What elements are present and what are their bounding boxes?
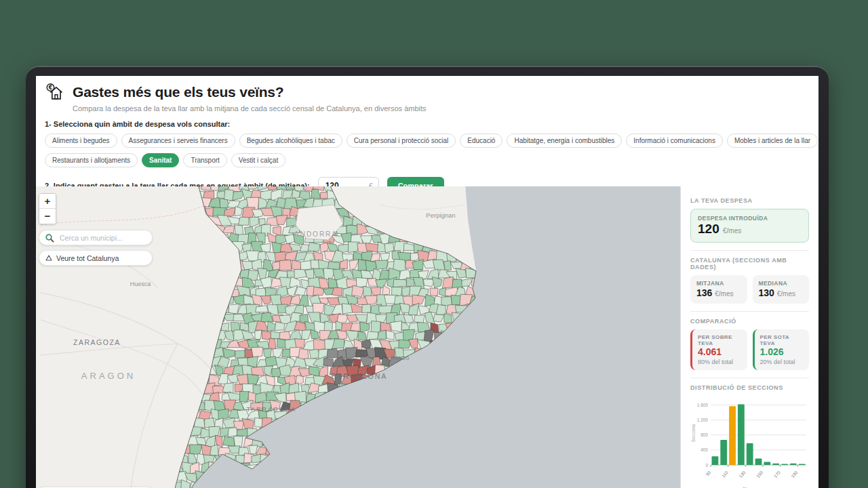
view-all-label: Veure tot Catalunya — [56, 254, 119, 262]
svg-text:800: 800 — [701, 432, 708, 437]
label-andorra: ANDORRA — [294, 230, 338, 238]
section-catalunya: CATALUNYA (SECCIONS AMB DADES) — [690, 257, 809, 270]
label-huesca: Huesca — [130, 281, 151, 287]
category-chip[interactable]: Begudes alcohòliques i tabac — [239, 134, 342, 148]
section-comparison: COMPARACIÓ — [690, 318, 809, 325]
mediana-unit: €/mes — [777, 290, 795, 298]
step1-label: 1- Selecciona quin àmbit de despesa vols… — [45, 120, 810, 128]
label-barcelona: BARCELONA — [332, 372, 388, 380]
above-you-percent: 80% del total — [698, 359, 742, 365]
category-chip[interactable]: Aliments i begudes — [45, 134, 117, 148]
label-aragon: ARAGON — [81, 371, 136, 381]
section-your-expense: LA TEVA DESPESA — [690, 197, 809, 204]
below-you-value: 1.026 — [760, 346, 804, 359]
house-euro-icon: € — [45, 81, 66, 103]
label-mataro: Mataró — [391, 354, 410, 361]
entered-expense-card: DESPESA INTRODUÏDA 120 €/mes — [690, 209, 809, 243]
category-chip[interactable]: Cura personal i protecció social — [347, 134, 456, 148]
zoom-in-button[interactable]: + — [39, 194, 56, 209]
app-header: € Gastes més que els teus veïns? Compara… — [36, 76, 818, 186]
label-perpignan: Perpignan — [426, 211, 455, 219]
category-chips-row-2: Restaurants i allotjaments Sanitat Trans… — [45, 153, 810, 167]
zoom-out-button[interactable]: − — [39, 209, 56, 224]
page-subtitle: Compara la despesa de la teva llar amb l… — [73, 104, 810, 113]
entered-expense-value: 120 — [698, 222, 719, 236]
entered-expense-unit: €/mes — [723, 227, 741, 235]
mediana-card: MEDIANA 130 €/mes — [753, 275, 810, 304]
category-chip[interactable]: Transport — [183, 153, 226, 167]
svg-text:110: 110 — [721, 470, 729, 479]
section-distribution: DISTRIBUCIÓ DE SECCIONS — [690, 384, 809, 391]
category-chip[interactable]: Restaurants i allotjaments — [45, 153, 138, 167]
svg-text:400: 400 — [701, 447, 708, 452]
svg-text:150: 150 — [755, 470, 764, 479]
chart-xlabel: €/mes — [690, 485, 809, 488]
entered-expense-label: DESPESA INTRODUÏDA — [698, 215, 802, 222]
svg-text:190: 190 — [790, 470, 799, 479]
category-chip[interactable]: Habitatge, energia i combustibles — [507, 134, 622, 148]
svg-text:1.200: 1.200 — [697, 418, 709, 422]
map-region[interactable]: ANDORRA Perpignan Huesca ZARAGOZA ARAGON… — [36, 186, 680, 488]
search-icon — [45, 233, 54, 243]
svg-text:90: 90 — [705, 470, 711, 476]
view-all-catalunya-button[interactable]: Veure tot Catalunya — [39, 250, 153, 266]
category-chip[interactable]: Mobles i articles de la llar — [727, 134, 818, 148]
category-chip-selected[interactable]: Sanitat — [142, 153, 179, 167]
device-frame: € Gastes més que els teus veïns? Compara… — [26, 66, 829, 488]
category-chip[interactable]: Educació — [460, 134, 502, 148]
app-screen: € Gastes més que els teus veïns? Compara… — [36, 76, 818, 488]
svg-text:170: 170 — [773, 470, 782, 479]
below-you-card: PER SOTA TEVA 1.026 20% del total — [753, 329, 810, 370]
divider — [690, 250, 809, 251]
svg-text:130: 130 — [738, 470, 747, 479]
mitjana-card: MITJANA 136 €/mes — [690, 275, 747, 304]
category-chip[interactable]: Vestit i calçat — [231, 153, 285, 167]
above-you-value: 4.061 — [698, 346, 742, 359]
distribution-chart: 04008001.2001.60090110130150170190Seccio… — [690, 396, 809, 488]
page-background: € Gastes més que els teus veïns? Compara… — [0, 0, 868, 488]
svg-text:€: € — [48, 85, 53, 91]
svg-text:1.600: 1.600 — [697, 403, 709, 407]
mediana-label: MEDIANA — [759, 280, 804, 287]
svg-text:Seccions: Seccions — [691, 424, 696, 442]
label-tarragona: TARRAGONA — [247, 405, 296, 413]
below-you-percent: 20% del total — [760, 359, 804, 365]
catalunya-shape-icon — [45, 255, 52, 262]
municipality-search[interactable] — [39, 230, 153, 245]
page-title: Gastes més que els teus veïns? — [73, 84, 283, 100]
above-you-label: PER SOBRE TEVA — [698, 334, 742, 346]
stats-sidebar: LA TEVA DESPESA DESPESA INTRODUÏDA 120 €… — [680, 186, 818, 488]
mitjana-unit: €/mes — [715, 290, 733, 298]
map-zoom-control: + − — [39, 193, 56, 224]
category-chip[interactable]: Informació i comunicacions — [626, 134, 723, 148]
mediana-value: 130 — [759, 287, 774, 298]
search-input[interactable] — [58, 233, 140, 243]
below-you-label: PER SOTA TEVA — [760, 334, 804, 346]
above-you-card: PER SOBRE TEVA 4.061 80% del total — [690, 329, 747, 370]
mitjana-label: MITJANA — [696, 280, 741, 287]
histogram: 04008001.2001.60090110130150170190Seccio… — [690, 396, 809, 485]
label-zaragoza: ZARAGOZA — [73, 338, 121, 346]
divider — [690, 378, 809, 378]
mitjana-value: 136 — [696, 287, 712, 298]
category-chip[interactable]: Assegurances i serveis financers — [121, 134, 235, 148]
category-chips-row-1: Aliments i begudes Assegurances i servei… — [45, 134, 810, 148]
svg-text:0: 0 — [705, 462, 708, 467]
divider — [690, 311, 809, 312]
